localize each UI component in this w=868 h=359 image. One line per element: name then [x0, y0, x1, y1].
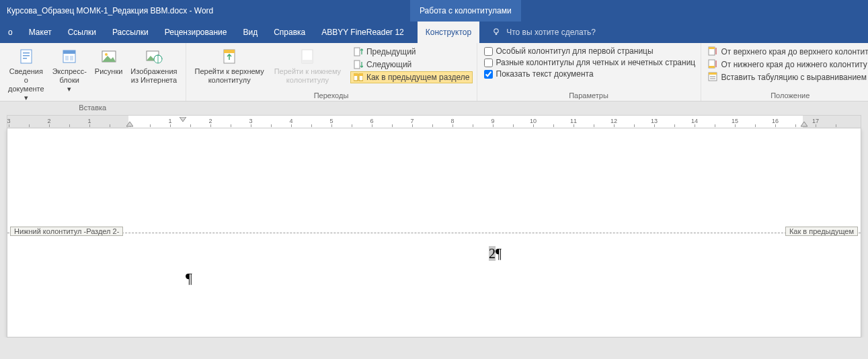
tell-me-search[interactable]: Что вы хотите сделать?: [491, 28, 596, 37]
svg-rect-24: [359, 74, 363, 76]
online-pictures-button[interactable]: Изображения из Интернета: [126, 46, 181, 86]
from-bottom-icon: [708, 59, 719, 70]
lightbulb-icon: [491, 28, 501, 37]
pictures-button[interactable]: Рисунки: [91, 46, 127, 77]
next-button[interactable]: Следующий: [350, 58, 473, 71]
group-options-label: Параметры: [481, 91, 697, 101]
document-title: Курсова_Образец МОМК-1_Редакция ВВМ.docx…: [7, 6, 213, 15]
goto-header-button[interactable]: Перейти к верхнему колонтитулу: [190, 46, 269, 86]
footer-section-tag: Нижний колонтитул -Раздел 2-: [10, 227, 123, 236]
link-previous-label: Как в предыдущем разделе: [366, 73, 470, 82]
different-first-page-checkbox[interactable]: Особый колонтитул для первой страницы: [481, 46, 699, 56]
goto-header-label: Перейти к верхнему колонтитулу: [194, 67, 265, 85]
group-options: Особый колонтитул для первой страницы Ра…: [477, 43, 701, 101]
paragraph-mark: ¶: [186, 270, 192, 287]
doc-info-button[interactable]: Сведения о документе ▾: [4, 46, 48, 104]
svg-rect-28: [709, 66, 715, 68]
quick-parts-button[interactable]: Экспресс-блоки ▾: [48, 46, 91, 95]
goto-header-icon: [219, 47, 240, 66]
tab-abbyy[interactable]: ABBYY FineReader 12: [313, 22, 412, 43]
svg-point-11: [105, 53, 108, 56]
insert-alignment-tab-button[interactable]: Вставить табуляцию с выравниванием: [705, 71, 869, 83]
group-navigation-label: Переходы: [190, 91, 473, 101]
group-insert: Сведения о документе ▾ Экспресс-блоки ▾ …: [0, 43, 186, 101]
page-number-value: 2: [489, 246, 496, 261]
from-top-label: От верхнего края до верхнего колонтиту: [721, 47, 869, 56]
alignment-tab-icon: [708, 72, 719, 83]
tab-help[interactable]: Справка: [266, 22, 313, 43]
footer-boundary-line: [7, 233, 861, 233]
svg-rect-19: [354, 48, 360, 56]
next-label: Следующий: [366, 60, 411, 69]
tab-references[interactable]: Ссылки: [60, 22, 104, 43]
svg-rect-18: [302, 60, 313, 63]
hanging-indent-marker[interactable]: [126, 122, 133, 127]
document-info-icon: [15, 47, 37, 66]
alignment-tab-label: Вставить табуляцию с выравниванием: [721, 73, 867, 82]
title-bar: Курсова_Образец МОМК-1_Редакция ВВМ.docx…: [0, 0, 868, 22]
svg-rect-3: [23, 52, 30, 54]
goto-footer-button: Перейти к нижнему колонтитулу: [269, 46, 346, 86]
different-first-page-label: Особый колонтитул для первой страницы: [496, 46, 654, 56]
first-line-indent-marker[interactable]: [180, 117, 186, 122]
footer-from-bottom-field[interactable]: От нижнего края до нижнего колонтиту: [705, 58, 869, 71]
previous-icon: [353, 46, 364, 57]
tab-file[interactable]: о: [0, 22, 21, 43]
tab-layout[interactable]: Макет: [21, 22, 60, 43]
svg-rect-16: [224, 50, 235, 53]
pictures-icon: [98, 47, 120, 66]
group-insert-label: Вставка: [4, 104, 182, 113]
different-odd-even-checkbox[interactable]: Разные колонтитулы для четных и нечетных…: [481, 57, 699, 68]
tab-view[interactable]: Вид: [235, 22, 266, 43]
pilcrow-mark: ¶: [496, 246, 502, 261]
svg-rect-8: [65, 56, 69, 61]
link-to-previous-button[interactable]: Как в предыдущем разделе: [350, 71, 473, 83]
show-document-text-checkbox[interactable]: Показать текст документа: [481, 69, 699, 79]
show-document-text-label: Показать текст документа: [496, 69, 594, 79]
different-odd-even-label: Разные колонтитулы для четных и нечетных…: [496, 58, 696, 67]
svg-rect-7: [63, 50, 75, 54]
from-bottom-label: От нижнего края до нижнего колонтиту: [721, 60, 867, 69]
doc-info-label: Сведения о документе: [8, 67, 44, 93]
same-as-previous-tag: Как в предыдущем: [785, 227, 858, 236]
horizontal-ruler[interactable]: 3211234567891011121314151617: [7, 115, 861, 128]
svg-rect-30: [709, 73, 717, 75]
svg-rect-4: [23, 55, 30, 56]
link-previous-icon: [353, 72, 364, 83]
svg-rect-23: [354, 74, 358, 76]
quick-parts-label: Экспресс-блоки: [52, 67, 87, 85]
online-pictures-label: Изображения из Интернета: [130, 67, 177, 85]
page-number-field[interactable]: 2¶: [489, 246, 502, 262]
group-position: От верхнего края до верхнего колонтиту О…: [701, 43, 869, 101]
previous-button[interactable]: Предыдущий: [350, 46, 473, 58]
svg-point-0: [494, 29, 498, 33]
goto-footer-label: Перейти к нижнему колонтитулу: [273, 67, 342, 85]
quick-parts-icon: [58, 47, 80, 66]
group-position-label: Положение: [705, 91, 869, 101]
header-from-top-field[interactable]: От верхнего края до верхнего колонтиту: [705, 46, 869, 58]
ribbon: Сведения о документе ▾ Экспресс-блоки ▾ …: [0, 43, 868, 102]
svg-rect-20: [354, 61, 360, 69]
from-top-icon: [708, 46, 719, 57]
tab-mailings[interactable]: Рассылки: [104, 22, 157, 43]
svg-rect-26: [709, 47, 715, 49]
svg-rect-9: [70, 56, 73, 61]
right-indent-marker[interactable]: [801, 122, 807, 127]
document-area: 3211234567891011121314151617 Нижний коло…: [0, 102, 868, 337]
ribbon-tabs: о Макет Ссылки Рассылки Рецензирование В…: [0, 22, 868, 43]
contextual-tab-header: Работа с колонтитулами: [410, 0, 521, 22]
tell-me-placeholder: Что вы хотите сделать?: [506, 28, 596, 37]
group-navigation: Перейти к верхнему колонтитулу Перейти к…: [186, 43, 477, 101]
svg-rect-2: [21, 50, 32, 63]
tab-review[interactable]: Рецензирование: [157, 22, 235, 43]
tab-header-footer-design[interactable]: Конструктор: [418, 22, 479, 43]
pictures-label: Рисунки: [95, 67, 123, 76]
document-page[interactable]: Нижний колонтитул -Раздел 2- Как в преды…: [7, 128, 861, 337]
next-icon: [353, 59, 364, 70]
svg-rect-1: [496, 34, 497, 36]
goto-footer-icon: [297, 47, 318, 66]
previous-label: Предыдущий: [366, 47, 416, 56]
svg-rect-5: [23, 58, 27, 59]
online-pictures-icon: [143, 47, 165, 66]
